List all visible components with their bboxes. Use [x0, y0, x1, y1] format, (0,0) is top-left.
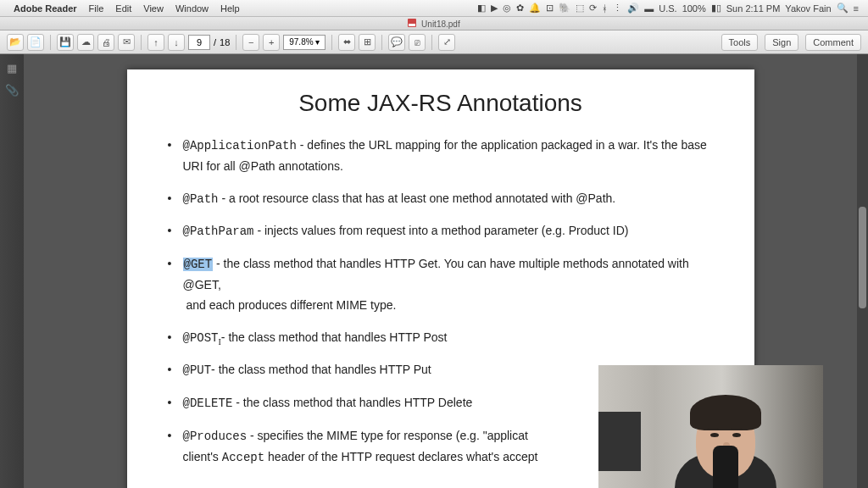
menu-edit[interactable]: Edit [115, 3, 131, 14]
cloud-button[interactable]: ☁ [77, 34, 94, 51]
fit-width-button[interactable]: ⬌ [338, 34, 355, 51]
zoom-level[interactable]: 97.8% ▾ [283, 35, 326, 50]
page-title: Some JAX-RS Annotations [164, 90, 717, 117]
annotation-code: @POST [183, 331, 219, 345]
annotation-desc: - the class method that handles HTTP Pos… [221, 330, 448, 344]
fullscreen-button[interactable]: ⤢ [438, 34, 455, 51]
status-icon[interactable]: ⊡ [546, 3, 554, 14]
page-number-input[interactable] [188, 35, 210, 50]
save-button[interactable]: 💾 [57, 34, 74, 51]
workarea: ▦ 📎 Some JAX-RS Annotations @Application… [0, 54, 868, 488]
thumbnails-icon[interactable]: ▦ [5, 61, 19, 75]
print-button[interactable]: 🖨 [97, 34, 114, 51]
annotation-desc: - the class method that handles HTTP Del… [232, 396, 472, 409]
page-sep: / [214, 37, 216, 47]
clock[interactable]: Sun 2:11 PM [726, 3, 781, 14]
list-item: @POSTI- the class method that handles HT… [164, 328, 717, 349]
zoom-out-button[interactable]: − [242, 34, 259, 51]
battery-icon[interactable]: ▮▯ [711, 3, 721, 14]
vertical-scrollbar[interactable] [857, 54, 868, 488]
page-up-button[interactable]: ↑ [147, 34, 164, 51]
annotation-code: @Path [183, 192, 219, 206]
bell-icon[interactable]: 🔔 [529, 3, 541, 14]
status-icon[interactable]: ◧ [477, 3, 486, 14]
annotation-code: @DELETE [183, 396, 233, 410]
notification-icon[interactable]: ≡ [854, 3, 859, 14]
spotlight-icon[interactable]: 🔍 [837, 3, 849, 14]
annotation-code: @GET [183, 258, 214, 271]
page-total: 18 [220, 37, 230, 47]
list-item: @ApplicationPath - defines the URL mappi… [164, 136, 717, 177]
status-icon[interactable]: ▶ [491, 3, 498, 14]
annotation-code: @ApplicationPath [183, 139, 297, 152]
open-button[interactable]: 📂 [7, 34, 24, 51]
tools-button[interactable]: Tools [721, 34, 759, 51]
pdf-icon [408, 19, 416, 27]
export-button[interactable]: 📄 [27, 34, 44, 51]
volume-icon[interactable]: 🔊 [627, 3, 639, 14]
comment-button[interactable]: Comment [805, 34, 861, 51]
annotation-desc: - the class method that handles HTTP Put [211, 363, 431, 376]
username[interactable]: Yakov Fain [785, 3, 831, 14]
menu-file[interactable]: File [89, 3, 104, 14]
mail-button[interactable]: ✉ [118, 34, 135, 51]
zoom-in-button[interactable]: + [263, 34, 280, 51]
annotation-desc: - injects values from request into a met… [254, 224, 629, 237]
sign-button[interactable]: Sign [765, 34, 798, 51]
menu-help[interactable]: Help [220, 3, 240, 14]
annotation-code: @Produces [183, 430, 248, 443]
highlight-button[interactable]: ⎚ [409, 34, 426, 51]
annotation-code: @PathParam [183, 225, 254, 238]
list-item: @PathParam - injects values from request… [164, 221, 717, 242]
page-down-button[interactable]: ↓ [168, 34, 185, 51]
scrollbar-thumb[interactable] [859, 207, 866, 308]
pdf-toolbar: 📂 📄 💾 ☁ 🖨 ✉ ↑ ↓ / 18 − + 97.8% ▾ ⬌ ⊞ 💬 ⎚… [0, 30, 868, 54]
document-tabbar: Unit18.pdf [0, 17, 868, 30]
wifi-icon[interactable]: ⋮ [613, 3, 622, 14]
tab-filename: Unit18.pdf [421, 19, 460, 29]
document-tab[interactable]: Unit18.pdf [391, 19, 476, 29]
list-item: @Path - a root resource class that has a… [164, 189, 717, 210]
app-name[interactable]: Adobe Reader [14, 3, 77, 14]
battery-pct[interactable]: 100% [682, 3, 706, 14]
sync-icon[interactable]: ⟳ [589, 3, 597, 14]
menu-view[interactable]: View [143, 3, 164, 14]
attachments-icon[interactable]: 📎 [5, 83, 19, 97]
annotation-desc: - the class method that handles HTTP Get… [183, 257, 689, 291]
side-navigation: ▦ 📎 [0, 54, 24, 488]
input-lang[interactable]: U.S. [659, 3, 676, 14]
macos-menubar: Adobe Reader File Edit View Window Help … [0, 0, 868, 17]
menu-window[interactable]: Window [175, 3, 209, 14]
status-icon[interactable]: ◎ [503, 3, 511, 14]
list-item: @GET - the class method that handles HTT… [164, 254, 717, 315]
flag-icon[interactable]: ▬ [644, 3, 654, 14]
webcam-overlay [598, 365, 823, 488]
status-icon[interactable]: ✿ [516, 3, 524, 14]
annotation-desc: - a root resource class that has at leas… [219, 191, 616, 205]
dropbox-icon[interactable]: ⬚ [576, 3, 584, 14]
annotation-desc: - specifies the MIME type for response (… [247, 429, 528, 442]
annotation-code: @PUT [183, 363, 212, 377]
annot-button[interactable]: 💬 [388, 34, 405, 51]
fit-page-button[interactable]: ⊞ [359, 34, 376, 51]
evernote-icon[interactable]: 🐘 [559, 3, 570, 14]
document-viewport[interactable]: Some JAX-RS Annotations @ApplicationPath… [24, 54, 857, 488]
bluetooth-icon[interactable]: ᚼ [602, 3, 608, 14]
